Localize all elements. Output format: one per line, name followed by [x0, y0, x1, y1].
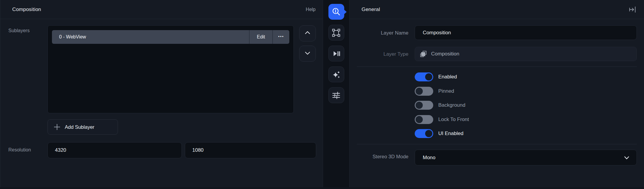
sparkles-icon: [331, 70, 341, 79]
sublayer-more-button[interactable]: •••: [272, 30, 289, 44]
sublayers-label: Sublayers: [8, 28, 30, 33]
enabled-toggle[interactable]: [415, 72, 433, 81]
layer-name-input[interactable]: [415, 25, 637, 40]
add-sublayer-button[interactable]: Add Sublayer: [47, 119, 118, 135]
collapse-to-right-icon[interactable]: [628, 5, 637, 14]
composition-layer-icon: [420, 50, 427, 58]
sublayer-edit-button[interactable]: Edit: [249, 30, 272, 44]
toggle-label: Pinned: [438, 88, 454, 94]
toggle-knob: [416, 88, 423, 95]
help-button[interactable]: Help: [306, 7, 316, 12]
tool-inspect-button[interactable]: [328, 4, 344, 20]
toggle-row: UI Enabled: [415, 129, 469, 138]
lock-to-front-toggle[interactable]: [415, 115, 433, 124]
tool-transform-button[interactable]: [328, 25, 344, 41]
toggle-knob: [425, 130, 432, 137]
layer-type-value: Composition: [431, 51, 459, 57]
transform-box-icon: [331, 28, 341, 38]
stereo-3d-mode-value: Mono: [423, 155, 436, 161]
general-panel-header: General: [350, 0, 644, 19]
chevron-up-icon: [304, 30, 311, 37]
toggle-row: Pinned: [415, 87, 469, 96]
add-sublayer-label: Add Sublayer: [65, 124, 94, 130]
toggle-label: Enabled: [438, 74, 457, 80]
play-pause-icon: [331, 49, 341, 58]
toggle-label: Lock To Front: [438, 117, 469, 123]
chevron-down-icon: [623, 154, 630, 161]
tool-playback-button[interactable]: [328, 46, 344, 61]
sliders-icon: [331, 91, 341, 100]
tool-strip: [323, 0, 350, 189]
sublayer-list[interactable]: 0 - WebViewEdit•••: [47, 25, 294, 113]
toggle-knob: [425, 73, 432, 80]
resolution-width-input[interactable]: [47, 142, 182, 158]
magnifier-info-icon: [331, 7, 341, 17]
stereo-3d-mode-select[interactable]: Mono: [415, 150, 637, 165]
tool-adjustments-button[interactable]: [328, 87, 344, 103]
sublayer-item[interactable]: 0 - WebViewEdit•••: [52, 30, 289, 44]
section-divider: [357, 144, 637, 144]
layer-type-label: Layer Type: [383, 51, 408, 57]
tool-effects-button[interactable]: [328, 66, 344, 82]
toggle-label: UI Enabled: [438, 131, 463, 137]
toggle-row: Background: [415, 101, 469, 110]
layer-type-field: Composition: [415, 47, 637, 61]
toggle-knob: [416, 102, 423, 109]
chevron-down-icon: [304, 50, 311, 58]
app-window: Composition Help Sublayers 0 - WebViewEd…: [0, 0, 644, 189]
panel-title: Composition: [12, 7, 41, 13]
active-tool-pointer: [344, 9, 347, 15]
layer-name-label: Layer Name: [381, 30, 408, 36]
toggle-row: Enabled: [415, 72, 469, 81]
resolution-height-input[interactable]: [185, 142, 316, 158]
background-toggle[interactable]: [415, 101, 433, 110]
ui-enabled-toggle[interactable]: [415, 129, 433, 138]
composition-panel: Composition Help Sublayers 0 - WebViewEd…: [0, 0, 323, 189]
section-divider: [357, 66, 637, 67]
toggle-knob: [416, 116, 423, 123]
plus-icon: [53, 123, 61, 131]
toggle-row: Lock To Front: [415, 115, 469, 124]
composition-panel-header: Composition Help: [0, 0, 323, 19]
sublayer-name: 0 - WebView: [52, 30, 249, 44]
pinned-toggle[interactable]: [415, 87, 433, 96]
move-sublayer-down-button[interactable]: [299, 46, 316, 62]
move-sublayer-up-button[interactable]: [299, 25, 316, 41]
toggle-label: Background: [438, 102, 465, 108]
general-panel: General Layer Name Layer Type: [350, 0, 644, 189]
resolution-label: Resolution: [8, 147, 31, 153]
panel-title: General: [362, 7, 380, 13]
stereo-3d-mode-label: Stereo 3D Mode: [373, 154, 408, 159]
toggles-list: EnabledPinnedBackgroundLock To FrontUI E…: [415, 72, 469, 138]
window-bottom-edge: [0, 187, 644, 189]
